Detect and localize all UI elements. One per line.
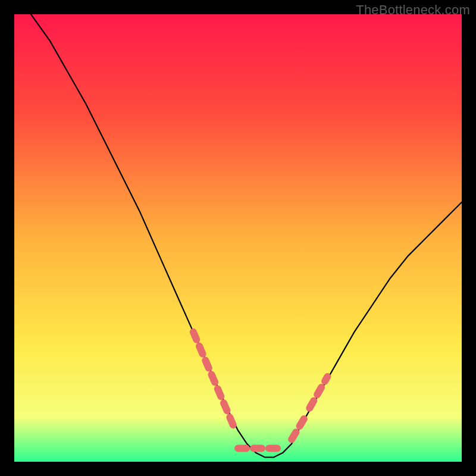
plot-background — [14, 14, 462, 462]
watermark-text: TheBottleneck.com — [356, 2, 470, 18]
bottleneck-chart: TheBottleneck.com — [0, 0, 476, 476]
chart-svg — [0, 0, 476, 476]
